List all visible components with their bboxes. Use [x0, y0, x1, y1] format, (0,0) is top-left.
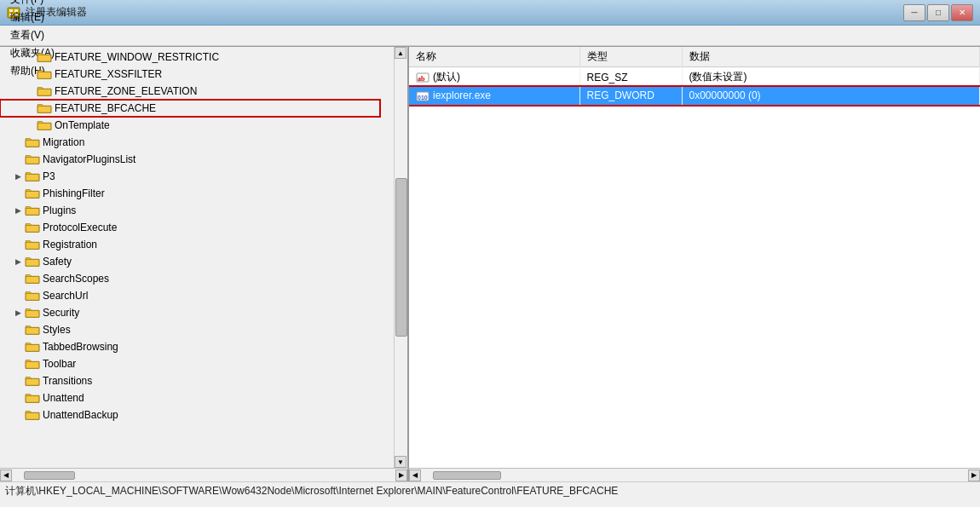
scroll-down-arrow[interactable]: ▼	[395, 456, 406, 468]
tree-item[interactable]: FEATURE_ZONE_ELEVATION	[0, 83, 380, 100]
expand-icon	[12, 392, 24, 404]
left-hscroll[interactable]: ◀ ▶	[0, 469, 409, 481]
tree-item[interactable]: PhishingFilter	[0, 185, 380, 202]
tree-item-label: Registration	[43, 239, 97, 251]
tree-item-label: PhishingFilter	[43, 187, 105, 199]
menu-item[interactable]: 查看(V)	[3, 26, 61, 44]
expand-icon	[12, 136, 24, 148]
registry-data-cell: (数值未设置)	[682, 67, 980, 88]
tree-item[interactable]: SearchUrl	[0, 287, 380, 304]
registry-data-cell: 0x00000000 (0)	[682, 87, 980, 105]
folder-icon	[25, 358, 40, 370]
expand-icon	[12, 222, 24, 233]
tree-item[interactable]: Styles	[0, 321, 380, 338]
tree-item-label: FEATURE_XSSFILTER	[55, 68, 162, 80]
folder-icon	[25, 375, 40, 387]
tree-item[interactable]: SearchScopes	[0, 270, 380, 287]
close-button[interactable]: ✕	[951, 4, 973, 21]
expand-icon	[12, 239, 24, 251]
tree-item[interactable]: ▶ Plugins	[0, 202, 380, 219]
col-header-name[interactable]: 名称	[409, 47, 579, 67]
tree-item-label: Security	[43, 307, 79, 319]
folder-icon	[25, 187, 40, 199]
tree-item[interactable]: Toolbar	[0, 355, 380, 372]
registry-table: 名称 类型 数据 ab (默认)REG_SZ(数值未设置) 010 iexplo…	[409, 47, 980, 105]
expand-icon	[24, 85, 36, 97]
tree-item[interactable]: ▶ P3	[0, 168, 380, 185]
tree-panel[interactable]: FEATURE_WINDOW_RESTRICTIC FEATURE_XSSFIL…	[0, 47, 394, 468]
tree-item[interactable]: ▶ Security	[0, 304, 380, 321]
menu-item[interactable]: 编辑(E)	[3, 9, 61, 26]
right-hscroll[interactable]: ◀ ▶	[409, 469, 980, 481]
status-bar: 计算机\HKEY_LOCAL_MACHINE\SOFTWARE\Wow6432N…	[0, 481, 980, 500]
registry-name-cell: ab (默认)	[409, 67, 579, 88]
folder-icon	[37, 85, 52, 97]
expand-icon	[24, 68, 36, 80]
scroll-track[interactable]	[395, 59, 407, 456]
tree-item[interactable]: Migration	[0, 134, 380, 151]
table-row[interactable]: ab (默认)REG_SZ(数值未设置)	[409, 67, 980, 88]
right-panel: 名称 类型 数据 ab (默认)REG_SZ(数值未设置) 010 iexplo…	[409, 47, 980, 468]
folder-icon	[25, 136, 40, 148]
expand-icon	[12, 324, 24, 336]
window-controls: ─ □ ✕	[903, 4, 973, 21]
expand-icon[interactable]: ▶	[12, 256, 24, 268]
expand-icon[interactable]: ▶	[12, 307, 24, 319]
right-scroll-left[interactable]: ◀	[409, 470, 421, 481]
tree-item[interactable]: FEATURE_XSSFILTER	[0, 66, 380, 83]
expand-icon[interactable]: ▶	[12, 170, 24, 182]
tree-item[interactable]: Transitions	[0, 372, 380, 389]
tree-item-label: Migration	[43, 136, 84, 148]
registry-type-cell: REG_DWORD	[579, 87, 682, 105]
registry-rows: ab (默认)REG_SZ(数值未设置) 010 iexplorer.exeRE…	[409, 67, 980, 105]
status-text: 计算机\HKEY_LOCAL_MACHINE\SOFTWARE\Wow6432N…	[5, 484, 618, 498]
tree-item[interactable]: ProtocolExecute	[0, 219, 380, 236]
tree-item-label: SearchScopes	[43, 273, 109, 285]
folder-icon	[37, 68, 52, 80]
scroll-thumb[interactable]	[395, 178, 407, 337]
folder-icon	[25, 170, 40, 182]
table-row[interactable]: 010 iexplorer.exeREG_DWORD0x00000000 (0)	[409, 87, 980, 105]
expand-icon[interactable]: ▶	[12, 205, 24, 216]
maximize-button[interactable]: □	[927, 4, 949, 21]
tree-item-label: TabbedBrowsing	[43, 341, 118, 353]
registry-name-cell: 010 iexplorer.exe	[409, 87, 579, 105]
tree-item-label: Plugins	[43, 205, 76, 216]
tree-item[interactable]: FEATURE_BFCACHE	[0, 100, 380, 117]
left-hscroll-track[interactable]	[12, 469, 395, 481]
col-header-type[interactable]: 类型	[579, 47, 682, 67]
minimize-button[interactable]: ─	[903, 4, 925, 21]
tree-item[interactable]: Registration	[0, 236, 380, 253]
menu-bar: 文件(F)编辑(E)查看(V)收藏夹(A)帮助(H)	[0, 26, 980, 46]
folder-icon	[37, 51, 52, 63]
expand-icon	[12, 375, 24, 387]
dword-icon: 010	[416, 90, 429, 102]
tree-item[interactable]: TabbedBrowsing	[0, 338, 380, 355]
left-scroll-left[interactable]: ◀	[0, 470, 12, 481]
folder-icon	[25, 341, 40, 353]
tree-item[interactable]: ▶ Safety	[0, 253, 380, 270]
tree-item[interactable]: NavigatorPluginsList	[0, 151, 380, 168]
folder-icon	[37, 102, 52, 114]
right-hscroll-thumb[interactable]	[433, 471, 501, 480]
expand-icon	[24, 102, 36, 114]
scroll-up-arrow[interactable]: ▲	[395, 47, 406, 59]
tree-item[interactable]: UnattendBackup	[0, 406, 380, 423]
tree-item-label: UnattendBackup	[43, 409, 118, 421]
menu-item[interactable]: 文件(F)	[3, 0, 61, 9]
left-scroll-right[interactable]: ▶	[395, 470, 407, 481]
tree-item-label: Safety	[43, 256, 72, 268]
registry-name: iexplorer.exe	[433, 89, 491, 101]
tree-item[interactable]: Unattend	[0, 389, 380, 406]
tree-scrollbar[interactable]: ▲ ▼	[394, 47, 407, 468]
right-hscroll-track[interactable]	[421, 469, 968, 481]
expand-icon	[12, 187, 24, 199]
expand-icon	[12, 153, 24, 165]
right-scroll-right[interactable]: ▶	[968, 470, 980, 481]
svg-text:010: 010	[418, 95, 428, 101]
tree-item[interactable]: OnTemplate	[0, 117, 380, 134]
left-hscroll-thumb[interactable]	[24, 471, 75, 480]
folder-icon	[25, 239, 40, 251]
tree-item[interactable]: FEATURE_WINDOW_RESTRICTIC	[0, 49, 380, 66]
col-header-data[interactable]: 数据	[682, 47, 980, 67]
